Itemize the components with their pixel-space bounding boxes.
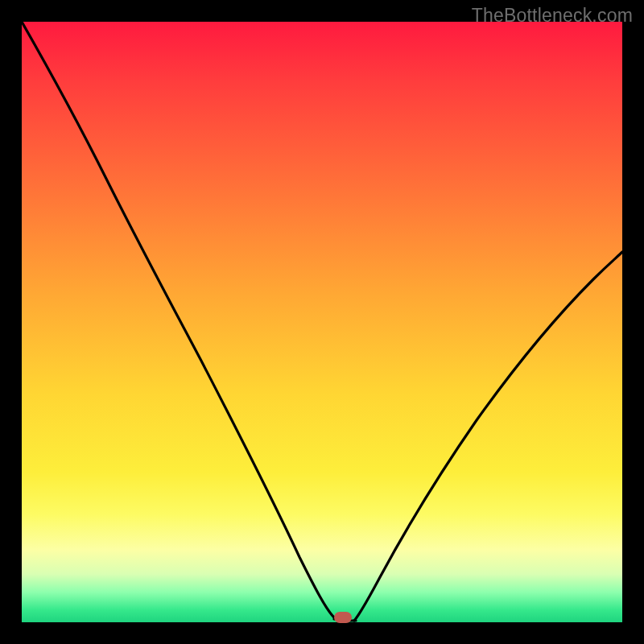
curve-right-branch — [354, 252, 622, 621]
bottleneck-curve — [22, 22, 622, 622]
optimal-point-marker — [334, 612, 352, 623]
chart-frame: TheBottleneck.com — [0, 0, 644, 644]
plot-area — [22, 22, 622, 622]
watermark-text: TheBottleneck.com — [472, 5, 633, 27]
curve-left-branch — [22, 22, 340, 619]
